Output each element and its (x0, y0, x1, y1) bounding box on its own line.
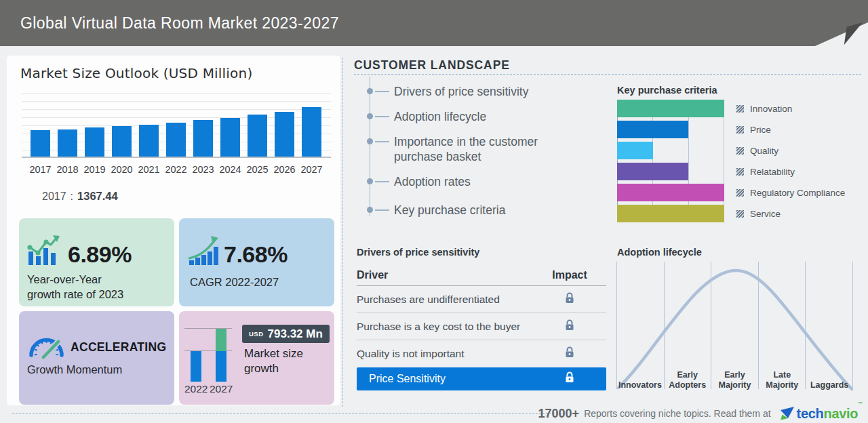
speedometer-icon (27, 329, 68, 360)
impact-cell (551, 292, 589, 307)
vertical-dashed-separator (342, 58, 343, 407)
stage-label: Innovators (616, 380, 664, 390)
landscape-item: Key purchase criteria (366, 203, 590, 218)
bar-2018 (58, 129, 77, 157)
impact-column-header: Impact (551, 269, 589, 281)
driver-cell: Purchase is a key cost to the buyer (357, 321, 551, 333)
key-purchase-chart (617, 100, 724, 222)
bar-2019 (85, 127, 104, 157)
adoption-lifecycle-chart: InnovatorsEarly AdoptersEarly MajorityLa… (616, 262, 853, 390)
yoy-growth-card: 6.89% Year-over-Year growth rate of 2023 (19, 218, 174, 306)
legend-item: Regulatory Compliance (736, 184, 845, 201)
technavio-wordmark: technavio™ (797, 406, 863, 422)
landscape-item-label: Drivers of price sensitivity (394, 84, 528, 99)
legend-hatch-marker-icon (736, 126, 744, 134)
legend-hatch-marker-icon (736, 210, 744, 218)
bar-2027 (216, 329, 226, 382)
market-size-panel: Market Size Outlook (USD Million) 201720… (7, 56, 340, 405)
growth-momentum-card: ACCELERATING Growth Momentum (19, 311, 174, 405)
market-size-chart (22, 93, 331, 158)
corner-cut (815, 22, 868, 46)
landscape-item-label: Adoption rates (394, 174, 471, 189)
bullet-dot-icon (367, 138, 373, 144)
growth-label: Market size growth (244, 346, 303, 376)
legend-hatch-marker-icon (736, 189, 744, 197)
connector-line (375, 141, 389, 142)
price-sensitivity-table: Driver Impact Purchases are undifferenti… (357, 264, 606, 390)
impact-cell (551, 346, 589, 361)
technavio-arrow-icon (780, 407, 795, 421)
criteria-row (617, 100, 724, 117)
criteria-bar-5 (617, 205, 724, 222)
landscape-item-label: Importance in the customer purchase bask… (394, 134, 564, 164)
landscape-item: Adoption rates (366, 174, 590, 189)
criteria-row (617, 205, 724, 222)
table-row: Purchases are undifferentiated (357, 286, 606, 313)
impact-cell (551, 319, 589, 334)
landscape-list: Drivers of price sensitivityAdoption lif… (366, 84, 590, 228)
legend-label: Service (750, 209, 781, 219)
bar-2026 (275, 112, 294, 157)
lock-icon (564, 292, 575, 304)
market-size-title: Market Size Outlook (USD Million) (20, 65, 252, 81)
criteria-row (617, 184, 724, 201)
lock-icon (564, 346, 575, 359)
header-bar: Global Virtual Data Room Market 2023-202… (0, 0, 868, 46)
market-size-growth-card: 20222027 USD 793.32 Mn Market size growt… (179, 311, 334, 405)
driver-cell: Purchases are undifferentiated (357, 294, 551, 306)
cagr-card: 7.68% CAGR 2022-2027 (179, 218, 334, 306)
connector-line (375, 116, 389, 117)
key-purchase-title: Key purchase criteria (617, 85, 717, 96)
bar-2022 (191, 351, 201, 382)
legend-hatch-marker-icon (736, 168, 744, 176)
criteria-bar-4 (617, 184, 724, 201)
legend-label: Innovation (750, 104, 792, 114)
yoy-label: Year-over-Year growth rate of 2023 (27, 272, 123, 302)
bullet-dot-icon (367, 207, 373, 213)
cagr-label: CAGR 2022-2027 (190, 275, 279, 289)
footer-text: Reports covering niche topics. Read them… (584, 408, 770, 419)
stage-label: Late Majority (758, 370, 806, 390)
kpc-bars (617, 100, 724, 222)
criteria-row (617, 142, 724, 159)
al-labels: InnovatorsEarly AdoptersEarly MajorityLa… (616, 361, 853, 390)
legend-item: Price (736, 121, 845, 138)
dashed-underline (354, 74, 861, 75)
growth-segment (216, 329, 226, 351)
ascending-bars-arrow-icon (189, 235, 221, 266)
connector-line (375, 181, 389, 182)
bar-2021 (139, 125, 159, 157)
growth-mini-chart: 20222027 (184, 322, 233, 382)
bar-2025 (248, 115, 267, 157)
lock-icon (564, 319, 575, 331)
table-row: Quality is not important (357, 340, 606, 367)
x-tick-label: 2023 (193, 164, 213, 175)
value-callout: 2017:1367.44 (42, 190, 118, 203)
x-tick-label: 2024 (220, 164, 240, 175)
bar-2022 (166, 123, 186, 157)
year-label: 2022 (184, 383, 208, 395)
footer: 17000+ Reports covering niche topics. Re… (475, 405, 863, 422)
driver-cell: Quality is not important (357, 348, 551, 360)
technavio-logo[interactable]: technavio™ (780, 406, 863, 422)
stage-label: Early Majority (711, 370, 759, 390)
growth-amount: 793.32 Mn (268, 327, 323, 341)
table-row: Purchase is a key cost to the buyer (357, 313, 606, 340)
x-tick-label: 2026 (275, 164, 294, 175)
criteria-bar-2 (617, 142, 653, 159)
bar-2020 (112, 126, 132, 157)
page-title: Global Virtual Data Room Market 2023-202… (20, 0, 339, 46)
legend-label: Price (750, 125, 771, 135)
criteria-row (617, 163, 724, 180)
bullet-dot-icon (367, 178, 373, 184)
bar-2017 (31, 130, 50, 157)
year-label: 2027 (210, 383, 233, 395)
table-header: Driver Impact (357, 264, 606, 286)
legend-label: Regulatory Compliance (750, 188, 845, 198)
stage-label: Laggards (806, 380, 853, 390)
yoy-value: 6.89% (68, 241, 132, 268)
highlight-label: Price Sensitivity (357, 373, 551, 385)
momentum-label: Growth Momentum (27, 362, 122, 377)
criteria-bar-1 (617, 121, 688, 138)
legend-label: Quality (750, 146, 778, 156)
